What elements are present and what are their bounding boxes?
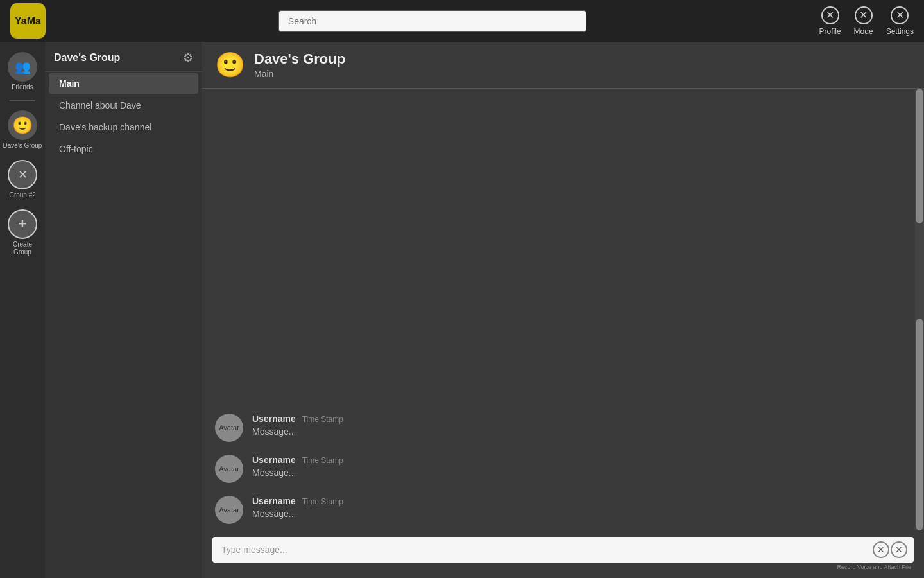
input-icons: ✕ ✕ [873,541,914,558]
app-logo: YaMa [10,3,46,39]
group-divider [10,100,35,101]
sidebar-item-friends[interactable]: 👥 Friends [0,48,45,95]
chat-group-icon: 🙂 [215,51,245,79]
channel-item-off-topic[interactable]: Off-topic [49,139,198,159]
channel-sidebar-title: Dave's Group [54,52,120,64]
channel-item-channel-about-dave[interactable]: Channel about Dave [49,95,198,116]
topbar: YaMa ✕ Profile ✕ Mode ✕ Settings [0,0,924,42]
message-content: Username Time Stamp Message... [252,414,343,437]
message-username: Username [252,414,296,424]
sidebar-item-daves-group[interactable]: 🙂 Dave's Group [0,107,45,153]
message-text: Message... [252,509,343,519]
chat-header-info: Dave's Group Main [254,51,345,79]
sidebar-item-group2[interactable]: ✕ Group #2 [0,156,45,203]
message-avatar: Avatar [215,496,243,524]
message-username: Username [252,496,296,506]
scrollbar-thumb-top [916,89,923,223]
message-username: Username [252,455,296,465]
chat-header: 🙂 Dave's Group Main [202,42,924,89]
channel-item-main[interactable]: Main [49,73,198,94]
create-group-icon: + [8,209,37,239]
scrollbar-track[interactable] [915,89,924,530]
input-icon-x2[interactable]: ✕ [891,541,907,558]
daves-group-icon: 🙂 [8,110,37,140]
profile-label: Profile [819,27,841,36]
channel-sidebar-header: Dave's Group ⚙ [45,42,202,72]
channel-sidebar: Dave's Group ⚙ MainChannel about DaveDav… [45,42,202,578]
input-icon-x1[interactable]: ✕ [873,541,889,558]
group2-icon: ✕ [8,160,37,189]
chat-group-name: Dave's Group [254,51,345,67]
message-text: Message... [252,468,343,478]
chat-channel-name: Main [254,69,345,79]
friends-label: Friends [12,83,33,91]
message-row: Avatar Username Time Stamp Message... [215,455,902,483]
chat-input-wrapper: ✕ ✕ [212,537,914,563]
group2-label: Group #2 [9,191,36,199]
search-bar [278,10,586,32]
message-row: Avatar Username Time Stamp Message... [215,496,902,524]
message-row: Avatar Username Time Stamp Message... [215,414,902,442]
chat-input-area: ✕ ✕ Record Voice and Attach File [202,530,924,578]
chat-area: 🙂 Dave's Group Main Avatar Username Time… [202,42,924,578]
settings-label: Settings [886,27,914,36]
channel-settings-icon[interactable]: ⚙ [183,51,193,65]
message-content: Username Time Stamp Message... [252,496,343,519]
chat-messages-wrapper: Avatar Username Time Stamp Message... Av… [202,89,924,530]
mode-label: Mode [854,27,873,36]
mode-button[interactable]: ✕ Mode [854,6,873,36]
sidebar-item-create-group[interactable]: + Create Group [0,206,45,260]
settings-icon: ✕ [891,6,909,24]
profile-button[interactable]: ✕ Profile [819,6,841,36]
friends-icon: 👥 [8,52,37,82]
profile-icon: ✕ [821,6,839,24]
message-meta: Username Time Stamp [252,414,343,424]
create-group-label: Create Group [13,241,32,256]
groups-sidebar: 👥 Friends 🙂 Dave's Group ✕ Group #2 + Cr… [0,42,45,578]
message-meta: Username Time Stamp [252,455,343,465]
channel-list: MainChannel about DaveDave's backup chan… [45,72,202,161]
scrollbar-thumb-bottom [916,319,923,530]
message-timestamp: Time Stamp [302,415,343,424]
message-meta: Username Time Stamp [252,496,343,506]
channel-item-daves-backup[interactable]: Dave's backup channel [49,117,198,137]
settings-button[interactable]: ✕ Settings [886,6,914,36]
record-label: Record Voice and Attach File [212,564,914,570]
topbar-right: ✕ Profile ✕ Mode ✕ Settings [819,6,914,36]
message-timestamp: Time Stamp [302,497,343,506]
mode-icon: ✕ [855,6,873,24]
message-avatar: Avatar [215,455,243,483]
message-avatar: Avatar [215,414,243,442]
chat-messages: Avatar Username Time Stamp Message... Av… [202,89,915,530]
search-input[interactable] [278,10,586,32]
message-content: Username Time Stamp Message... [252,455,343,478]
message-text: Message... [252,426,343,437]
message-input[interactable] [212,537,873,563]
main-area: 👥 Friends 🙂 Dave's Group ✕ Group #2 + Cr… [0,42,924,578]
daves-group-label: Dave's Group [3,142,42,150]
message-timestamp: Time Stamp [302,456,343,465]
